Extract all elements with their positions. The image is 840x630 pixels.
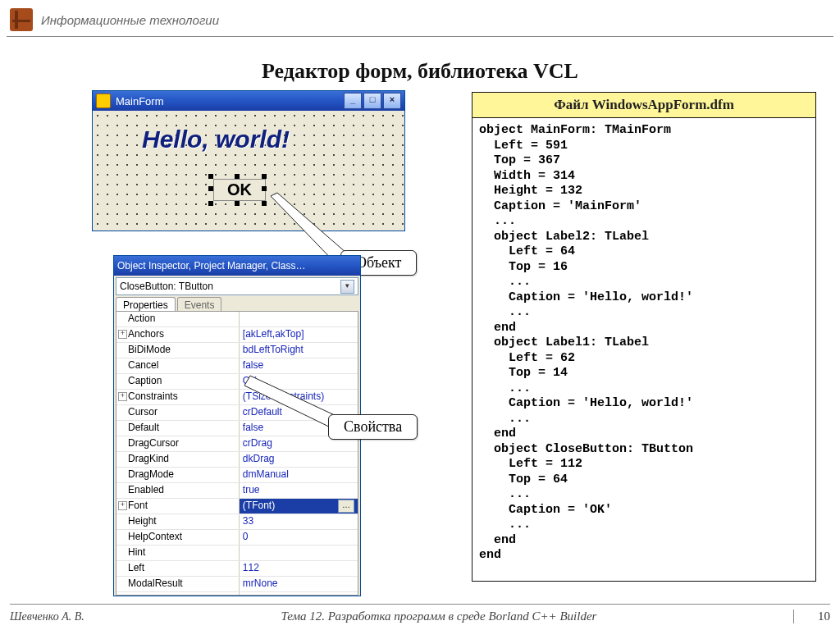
property-name: Enabled <box>116 483 240 498</box>
property-name: Name <box>116 592 240 596</box>
property-name: DragCursor <box>116 436 240 451</box>
property-value[interactable]: 33 <box>240 514 358 529</box>
app-icon <box>96 94 111 108</box>
component-selector[interactable]: CloseButton: TButton ▾ <box>116 277 358 295</box>
property-row[interactable]: +Anchors[akLeft,akTop] <box>116 327 358 343</box>
property-value[interactable]: [akLeft,akTop] <box>240 327 358 342</box>
ellipsis-button[interactable]: … <box>338 500 354 513</box>
property-row[interactable]: Height33 <box>116 514 358 530</box>
minimize-button[interactable]: _ <box>344 93 362 109</box>
property-grid[interactable]: Action+Anchors[akLeft,akTop]BiDiModebdLe… <box>116 311 358 596</box>
maximize-button[interactable]: □ <box>363 93 381 109</box>
dfm-code-body: object MainForm: TMainForm Left = 591 To… <box>472 118 815 568</box>
property-row[interactable]: Action <box>116 312 358 327</box>
property-value[interactable]: mrNone <box>240 577 358 591</box>
property-value[interactable] <box>240 546 358 560</box>
property-row[interactable]: DragModedmManual <box>116 468 358 483</box>
property-name: Hint <box>116 546 240 560</box>
property-name: Height <box>116 514 240 529</box>
header: Информационные технологии <box>10 8 219 31</box>
expand-icon[interactable]: + <box>118 330 127 339</box>
property-name: +Anchors <box>116 327 240 342</box>
component-selector-text: CloseButton: TButton <box>120 281 213 292</box>
breadcrumb: Информационные технологии <box>41 13 219 27</box>
property-row[interactable]: +Font(TFont)… <box>116 499 358 514</box>
property-name: Default <box>116 421 240 436</box>
property-value[interactable]: (TFont)… <box>240 499 358 514</box>
callout-properties: Свойства <box>328 414 418 440</box>
dfm-code-panel: Файл WindowsAppForm.dfm object MainForm:… <box>472 92 816 582</box>
property-row[interactable]: Enabledtrue <box>116 483 358 499</box>
footer: Шевченко А. В. Тема 12. Разработка прогр… <box>10 604 830 623</box>
expand-icon[interactable]: + <box>118 501 127 510</box>
property-value[interactable]: CloseButton <box>240 592 358 596</box>
property-row[interactable]: DragCursorcrDrag <box>116 436 358 452</box>
property-name: Cursor <box>116 405 240 420</box>
expand-icon[interactable]: + <box>118 392 127 401</box>
tab-events[interactable]: Events <box>177 297 222 311</box>
chevron-down-icon[interactable]: ▾ <box>340 280 354 294</box>
form-title: MainForm <box>116 95 164 107</box>
footer-page: 10 <box>793 609 830 623</box>
property-name: +Constraints <box>116 390 240 404</box>
property-name: DragMode <box>116 468 240 482</box>
property-value[interactable]: 0 <box>240 530 358 545</box>
dfm-code-title: Файл WindowsAppForm.dfm <box>472 93 815 118</box>
hello-label[interactable]: Hello, world! <box>142 126 290 153</box>
property-name: Cancel <box>116 358 240 373</box>
property-row[interactable]: Left112 <box>116 561 358 577</box>
header-rule <box>7 36 833 37</box>
property-row[interactable]: ModalResultmrNone <box>116 577 358 592</box>
property-value[interactable]: dmManual <box>240 468 358 482</box>
property-row[interactable]: Hint <box>116 546 358 561</box>
property-value[interactable]: bdLeftToRight <box>240 343 358 358</box>
property-value[interactable]: dkDrag <box>240 452 358 467</box>
property-name: Caption <box>116 374 240 389</box>
inspector-title: Object Inspector, Project Manager, Class… <box>117 260 305 272</box>
property-name: +Font <box>116 499 240 514</box>
form-titlebar[interactable]: MainForm _ □ × <box>93 91 404 111</box>
property-name: BiDiMode <box>116 343 240 358</box>
property-name: Left <box>116 561 240 576</box>
property-row[interactable]: NameCloseButton <box>116 592 358 596</box>
inspector-titlebar[interactable]: Object Inspector, Project Manager, Class… <box>114 256 360 276</box>
svg-marker-1 <box>244 376 338 430</box>
property-name: ModalResult <box>116 577 240 591</box>
property-name: DragKind <box>116 452 240 467</box>
close-button[interactable]: × <box>383 93 401 109</box>
property-name: Action <box>116 312 240 326</box>
property-value[interactable] <box>240 312 358 326</box>
property-name: HelpContext <box>116 530 240 545</box>
property-row[interactable]: DragKinddkDrag <box>116 452 358 468</box>
tab-properties[interactable]: Properties <box>116 297 176 311</box>
building-icon <box>10 8 33 31</box>
property-value[interactable]: true <box>240 483 358 498</box>
property-row[interactable]: HelpContext0 <box>116 530 358 546</box>
inspector-tabs: Properties Events <box>116 297 358 311</box>
property-value[interactable]: 112 <box>240 561 358 576</box>
footer-topic: Тема 12. Разработка программ в среде Bor… <box>84 609 793 623</box>
footer-author: Шевченко А. В. <box>10 610 84 623</box>
page-title: Редактор форм, библиотека VCL <box>0 59 840 84</box>
property-row[interactable]: BiDiModebdLeftToRight <box>116 343 358 358</box>
